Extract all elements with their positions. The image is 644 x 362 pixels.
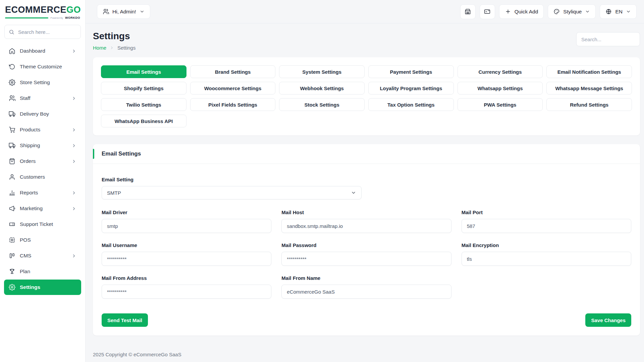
tab-brand-settings[interactable]: Brand Settings: [190, 65, 276, 78]
breadcrumb-home-link[interactable]: Home: [93, 45, 106, 51]
globe-icon: [605, 8, 612, 15]
sidebar-item-label: Reports: [20, 190, 38, 196]
field-label: Mail Username: [102, 242, 271, 248]
sidebar-item-cms[interactable]: CMS: [4, 248, 81, 263]
tab-pwa-settings[interactable]: PWA Settings: [458, 98, 543, 111]
tab-tax-option-settings[interactable]: Tax Option Settings: [368, 98, 454, 111]
sidebar-item-theme-customize[interactable]: Theme Customize: [4, 59, 81, 74]
tab-system-settings[interactable]: System Settings: [279, 65, 365, 78]
email-setting-label: Email Setting: [102, 177, 631, 182]
tab-pixel-fields-settings[interactable]: Pixel Fields Settings: [190, 98, 276, 111]
sidebar-search-input[interactable]: [17, 29, 76, 35]
tab-refund-settings[interactable]: Refund Settings: [546, 98, 632, 111]
logo-text: ECOMMERCEGO: [5, 5, 80, 14]
logo-text-main: ECOMMERCE: [5, 5, 66, 15]
sidebar-search: [4, 25, 81, 39]
field-label: Mail Port: [462, 209, 631, 215]
tab-currency-settings[interactable]: Currency Settings: [458, 65, 543, 78]
sidebar-item-label: Orders: [20, 158, 36, 164]
app-root: ECOMMERCEGO Powered By WORKDO DashboardT…: [0, 0, 644, 362]
sidebar-item-label: Dashboard: [20, 48, 45, 54]
chevron-down-icon: [351, 190, 356, 195]
mail-port-input[interactable]: [462, 219, 631, 233]
user-menu-button[interactable]: Hi, Admin!: [97, 4, 150, 19]
sidebar-item-settings[interactable]: Settings: [4, 280, 81, 295]
sidebar-item-products[interactable]: Products: [4, 122, 81, 137]
user-greeting: Hi, Admin!: [112, 9, 136, 15]
gear-icon: [9, 284, 15, 291]
mail-username-input[interactable]: [102, 252, 271, 266]
mail-password-field: Mail Password: [281, 242, 451, 266]
language-button[interactable]: EN: [600, 4, 637, 19]
field-label: Mail Password: [281, 242, 451, 248]
sidebar-item-label: Products: [20, 127, 40, 133]
card-title: Email Settings: [102, 150, 631, 157]
send-test-mail-button[interactable]: Send Test Mail: [102, 313, 148, 327]
tab-whatsapp-business-api[interactable]: WhatsApp Business API: [101, 115, 186, 127]
sidebar-item-support-ticket[interactable]: Support Ticket: [4, 217, 81, 232]
breadcrumb-current: Settings: [117, 45, 136, 51]
breadcrumb: Home Settings: [93, 45, 136, 51]
sidebar-item-plan[interactable]: Plan: [4, 264, 81, 279]
sidebar-item-orders[interactable]: Orders: [4, 154, 81, 169]
tab-whatsapp-message-settings[interactable]: Whatsapp Message Settings: [546, 82, 632, 95]
sidebar-item-store-setting[interactable]: Store Setting: [4, 75, 81, 90]
storefront-button[interactable]: [460, 4, 476, 19]
email-setting-selected-value: SMTP: [107, 190, 121, 196]
email-setting-select[interactable]: SMTP: [102, 186, 362, 199]
mail-host-input[interactable]: [281, 219, 451, 233]
logo-subline: Powered By WORKDO: [5, 16, 80, 19]
save-changes-button[interactable]: Save Changes: [585, 313, 631, 327]
gear-icon: [9, 79, 15, 86]
quick-add-button[interactable]: Quick Add: [499, 4, 544, 19]
language-label: EN: [615, 9, 623, 15]
tab-loyality-program-settings[interactable]: Loyality Program Settings: [368, 82, 454, 95]
sidebar-item-customers[interactable]: Customers: [4, 169, 81, 185]
sidebar-item-marketing[interactable]: Marketing: [4, 201, 81, 216]
tab-whatsapp-settings[interactable]: Whatsapp Settings: [458, 82, 543, 95]
chevron-right-icon: [71, 96, 76, 101]
cart-icon: [9, 126, 15, 133]
mail-from-name-input[interactable]: [281, 285, 451, 299]
tab-twilio-settings[interactable]: Twilio Settings: [101, 98, 186, 111]
footer-copyright: 2025 Copyright © eCommerceGo SaaS: [93, 346, 640, 362]
email-templates-button[interactable]: [480, 4, 495, 19]
field-label: Mail Driver: [102, 209, 271, 215]
tab-stock-settings[interactable]: Stock Settings: [279, 98, 365, 111]
stylique-button[interactable]: Stylique: [548, 4, 596, 19]
refresh-icon: [9, 63, 15, 70]
mail-driver-input[interactable]: [102, 219, 271, 233]
tab-email-settings[interactable]: Email Settings: [101, 65, 186, 78]
sidebar-item-label: Staff: [20, 95, 31, 101]
truck-icon: [9, 111, 15, 117]
mail-port-field: Mail Port: [462, 209, 631, 233]
chevron-down-icon: [626, 9, 631, 14]
chevron-down-icon: [140, 9, 145, 14]
logo[interactable]: ECOMMERCEGO Powered By WORKDO: [0, 0, 85, 22]
quick-add-label: Quick Add: [515, 9, 538, 15]
sidebar-item-pos[interactable]: POS: [4, 232, 81, 248]
settings-search-input[interactable]: [576, 32, 640, 46]
tab-shopify-settings[interactable]: Shopify Settings: [101, 82, 186, 95]
mail-icon: [484, 8, 491, 15]
powered-by-brand: WORKDO: [65, 16, 80, 19]
sidebar-item-staff[interactable]: Staff: [4, 90, 81, 106]
sidebar-item-delivery-boy[interactable]: Delivery Boy: [4, 106, 81, 122]
sidebar-item-label: Store Setting: [20, 79, 50, 85]
tab-webhook-settings[interactable]: Webhook Settings: [279, 82, 365, 95]
plus-icon: [505, 8, 511, 15]
email-setting-field: Email Setting SMTP: [102, 177, 631, 199]
chevron-right-icon: [71, 190, 76, 195]
mail-password-input[interactable]: [281, 252, 451, 266]
tab-payment-settings[interactable]: Payment Settings: [368, 65, 454, 78]
sidebar-item-reports[interactable]: Reports: [4, 185, 81, 200]
mail-from-address-input[interactable]: [102, 285, 271, 299]
logo-underline: [5, 17, 48, 18]
sidebar-item-label: Customers: [20, 174, 45, 180]
tab-email-notification-settings[interactable]: Email Notification Settings: [546, 65, 632, 78]
home-icon: [9, 48, 15, 54]
sidebar-item-dashboard[interactable]: Dashboard: [4, 43, 81, 59]
sidebar-item-shipping[interactable]: Shipping: [4, 138, 81, 153]
mail-encryption-input[interactable]: [462, 252, 631, 266]
tab-woocommerce-settings[interactable]: Woocommerce Settings: [190, 82, 276, 95]
